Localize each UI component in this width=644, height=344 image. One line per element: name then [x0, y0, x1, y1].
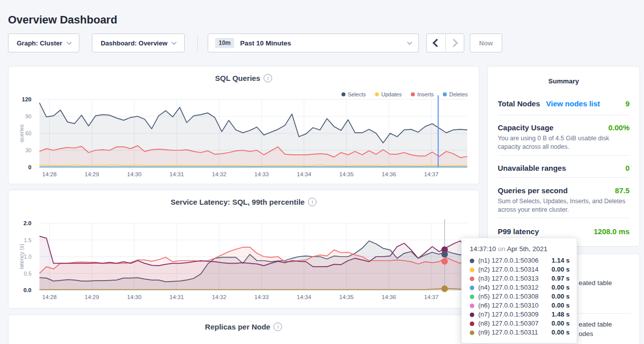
tooltip-row: (n9) 127.0.0.1:503110.00 s — [469, 328, 570, 337]
tooltip-row: (n1) 127.0.0.1:503061.14 s — [469, 256, 570, 265]
sql-queries-chart[interactable] — [39, 99, 467, 167]
x-axis-tick: 14:28 — [37, 294, 62, 300]
sql-queries-legend: SelectsUpdatesInsertsDeletes — [332, 91, 468, 97]
legend-label: Deletes — [449, 91, 468, 97]
view-nodes-link[interactable]: View nodes list — [546, 99, 600, 108]
info-icon[interactable]: i — [264, 74, 272, 82]
x-axis-tick: 14:33 — [249, 294, 274, 300]
legend-label: Inserts — [417, 91, 434, 97]
x-axis-tick: 14:29 — [79, 294, 104, 300]
node-value: 0.00 s — [552, 292, 570, 301]
metric-label: Capacity Usage — [498, 123, 554, 132]
node-name: (n3) 127.0.0.1:50313 — [478, 274, 539, 283]
legend-item: Deletes — [443, 91, 468, 97]
sql-queries-title-row: SQL Queriesi — [8, 74, 479, 82]
x-axis-ticks: 14:2814:2914:3014:3114:3214:3314:3414:35… — [39, 171, 467, 179]
chevron-right-icon — [449, 39, 458, 47]
x-axis-tick: 14:32 — [207, 294, 232, 300]
node-color-dot-icon — [470, 277, 474, 281]
service-latency-title-row: Service Latency: SQL, 99th percentilei — [8, 198, 479, 206]
time-range-arrows — [426, 33, 464, 52]
y-axis-ticks: 1209060300 — [8, 99, 35, 167]
graph-dropdown-label: Graph: Cluster — [16, 39, 62, 47]
node-color-dot-icon — [470, 268, 474, 272]
tooltip-row: (n3) 127.0.0.1:503130.97 s — [469, 274, 570, 283]
next-range-button[interactable] — [446, 34, 464, 52]
node-name: (n2) 127.0.0.1:50314 — [478, 265, 539, 274]
time-range-label: Past 10 Minutes — [240, 39, 291, 47]
y-axis-tick: 2.0 — [8, 219, 31, 227]
node-color-dot-icon — [470, 295, 474, 299]
x-axis-tick: 14:34 — [292, 294, 317, 300]
hover-tooltip: 14:37:10 on Apr 5th, 2021 (n1) 127.0.0.1… — [461, 238, 577, 344]
y-axis-tick: 1.5 — [8, 236, 31, 244]
chevron-down-icon — [407, 39, 412, 44]
time-range-picker[interactable]: 10m Past 10 Minutes — [208, 33, 419, 52]
node-value: 0.97 s — [552, 274, 570, 283]
page-title: Overview Dashboard — [8, 13, 117, 26]
x-axis-ticks: 14:2814:2914:3014:3114:3214:3314:3414:35… — [39, 294, 467, 302]
x-axis-tick: 14:37 — [419, 294, 444, 300]
node-value: 0.00 s — [552, 328, 570, 337]
tooltip-row: (n7) 127.0.0.1:503091.48 s — [469, 310, 570, 319]
legend-label: Updates — [381, 91, 402, 97]
metric-desc: Sum of Selects, Updates, Inserts, and De… — [498, 197, 630, 215]
prev-range-button[interactable] — [427, 34, 446, 52]
legend-dot-icon — [375, 92, 379, 96]
node-name: (n1) 127.0.0.1:50306 — [478, 256, 539, 265]
legend-label: Selects — [348, 91, 366, 97]
y-axis-tick: 90 — [8, 112, 31, 120]
x-axis-tick: 14:28 — [37, 171, 62, 177]
now-button[interactable]: Now — [470, 33, 502, 52]
series-hover-dot — [441, 251, 448, 258]
y-axis-tick: 1.0 — [8, 253, 31, 261]
toolbar-divider — [197, 35, 198, 51]
metric-label: Total Nodes — [498, 99, 540, 108]
node-value: 0.00 s — [552, 301, 570, 310]
row-divider — [498, 218, 630, 218]
series-hover-dot — [441, 258, 448, 265]
x-axis-tick: 14:31 — [164, 294, 189, 300]
metric-label: Queries per second — [498, 186, 568, 195]
node-color-dot-icon — [470, 322, 474, 326]
x-axis-tick: 14:36 — [376, 294, 401, 300]
y-axis-tick: 0.5 — [8, 270, 31, 278]
tooltip-row: (n4) 127.0.0.1:503120.00 s — [469, 283, 570, 292]
y-axis-ticks: 2.01.51.00.50.0 — [8, 223, 35, 290]
legend-item: Selects — [341, 91, 366, 97]
metric-desc: You are using 0 B of 4.5 GiB usable disk… — [498, 134, 630, 152]
summary-row-unavailable: Unavailable ranges 0 — [498, 164, 630, 172]
time-range-badge: 10m — [215, 38, 234, 48]
node-name: (n7) 127.0.0.1:50309 — [478, 310, 539, 319]
node-value: 0.00 s — [552, 265, 570, 274]
metric-value: 87.5 — [615, 186, 630, 195]
x-axis-tick: 14:32 — [207, 171, 232, 177]
legend-dot-icon — [341, 92, 345, 96]
metric-value: 1208.0 ms — [594, 227, 630, 236]
sql-queries-panel: SQL Queriesi SelectsUpdatesInsertsDelete… — [8, 66, 479, 184]
tooltip-row: (n8) 127.0.0.1:503070.00 s — [469, 319, 570, 328]
node-name: (n4) 127.0.0.1:50312 — [478, 283, 539, 292]
x-axis-tick: 14:35 — [334, 171, 359, 177]
node-name: (n8) 127.0.0.1:50307 — [478, 319, 539, 328]
node-color-dot-icon — [470, 304, 474, 308]
legend-item: Updates — [375, 91, 402, 97]
dashboard-dropdown[interactable]: Dashboard: Overview — [92, 33, 185, 52]
x-axis-tick: 14:34 — [292, 171, 317, 177]
tooltip-time: 14:37:10 — [470, 245, 496, 253]
summary-row-p99: P99 latency 1208.0 ms — [498, 227, 630, 236]
service-latency-chart[interactable] — [39, 223, 467, 290]
graph-dropdown[interactable]: Graph: Cluster — [8, 33, 79, 52]
metric-label: P99 latency — [498, 227, 539, 236]
event-fragment: eated table — [579, 321, 612, 328]
service-latency-panel: Service Latency: SQL, 99th percentilei l… — [8, 190, 479, 309]
tooltip-header: 14:37:10 on Apr 5th, 2021 — [470, 245, 570, 253]
summary-row-capacity: Capacity Usage 0.00% — [498, 123, 630, 132]
y-axis-tick: 0.0 — [8, 286, 31, 294]
summary-row-qps: Queries per second 87.5 — [498, 186, 630, 195]
legend-dot-icon — [443, 92, 447, 96]
x-axis-tick: 14:36 — [376, 171, 401, 177]
info-icon[interactable]: i — [308, 198, 317, 206]
info-icon[interactable]: i — [274, 323, 282, 331]
metric-value: 0 — [626, 164, 630, 172]
